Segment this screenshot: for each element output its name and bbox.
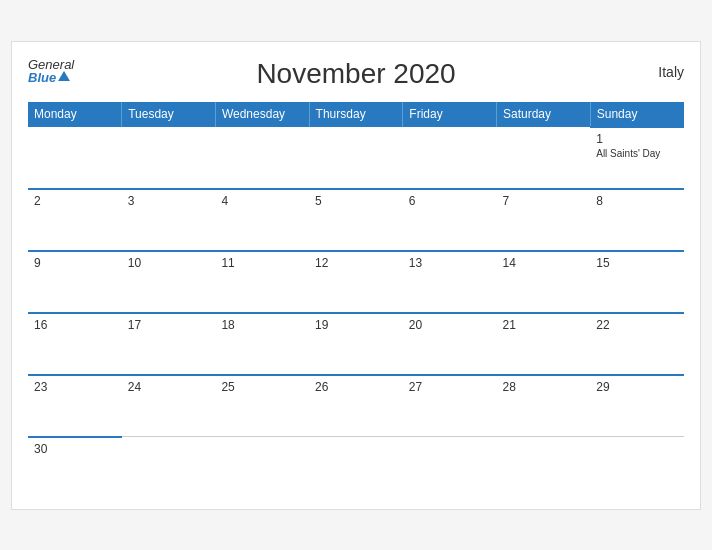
day-cell: 14 <box>497 251 591 313</box>
day-number: 30 <box>34 442 116 456</box>
day-cell: 5 <box>309 189 403 251</box>
day-number: 14 <box>503 256 585 270</box>
day-number: 4 <box>221 194 303 208</box>
day-cell: 19 <box>309 313 403 375</box>
logo-general-text: General <box>28 58 74 71</box>
day-number: 1 <box>596 132 678 146</box>
day-number: 28 <box>503 380 585 394</box>
day-number: 11 <box>221 256 303 270</box>
day-cell: 29 <box>590 375 684 437</box>
header-thursday: Thursday <box>309 102 403 127</box>
day-cell: 26 <box>309 375 403 437</box>
day-number: 12 <box>315 256 397 270</box>
day-number: 7 <box>503 194 585 208</box>
day-number: 26 <box>315 380 397 394</box>
week-row-6: 30 <box>28 437 684 499</box>
day-cell: 16 <box>28 313 122 375</box>
header-monday: Monday <box>28 102 122 127</box>
calendar-title: November 2020 <box>256 58 455 90</box>
day-cell: 28 <box>497 375 591 437</box>
day-cell: 17 <box>122 313 216 375</box>
header-friday: Friday <box>403 102 497 127</box>
day-number: 15 <box>596 256 678 270</box>
day-cell <box>309 127 403 189</box>
day-cell <box>309 437 403 499</box>
day-cell: 21 <box>497 313 591 375</box>
day-cell: 3 <box>122 189 216 251</box>
logo: General Blue <box>28 58 74 84</box>
week-row-2: 2345678 <box>28 189 684 251</box>
logo-triangle-icon <box>58 71 70 81</box>
week-row-3: 9101112131415 <box>28 251 684 313</box>
day-number: 9 <box>34 256 116 270</box>
day-cell: 11 <box>215 251 309 313</box>
day-cell: 4 <box>215 189 309 251</box>
calendar-table: Monday Tuesday Wednesday Thursday Friday… <box>28 102 684 499</box>
day-cell <box>215 437 309 499</box>
day-cell: 15 <box>590 251 684 313</box>
day-cell <box>497 127 591 189</box>
day-cell: 8 <box>590 189 684 251</box>
header-wednesday: Wednesday <box>215 102 309 127</box>
header-saturday: Saturday <box>497 102 591 127</box>
day-number: 20 <box>409 318 491 332</box>
day-cell: 9 <box>28 251 122 313</box>
day-number: 17 <box>128 318 210 332</box>
day-cell: 24 <box>122 375 216 437</box>
day-number: 6 <box>409 194 491 208</box>
day-cell: 23 <box>28 375 122 437</box>
header-tuesday: Tuesday <box>122 102 216 127</box>
day-number: 21 <box>503 318 585 332</box>
day-number: 22 <box>596 318 678 332</box>
calendar-header: General Blue November 2020 Italy <box>28 58 684 90</box>
day-cell: 1All Saints' Day <box>590 127 684 189</box>
country-label: Italy <box>658 64 684 80</box>
day-cell: 22 <box>590 313 684 375</box>
day-cell <box>215 127 309 189</box>
day-cell: 10 <box>122 251 216 313</box>
day-number: 23 <box>34 380 116 394</box>
day-cell: 2 <box>28 189 122 251</box>
day-number: 25 <box>221 380 303 394</box>
day-cell <box>122 437 216 499</box>
day-cell <box>403 437 497 499</box>
header-sunday: Sunday <box>590 102 684 127</box>
day-number: 10 <box>128 256 210 270</box>
day-cell <box>497 437 591 499</box>
event-label: All Saints' Day <box>596 148 678 159</box>
day-number: 19 <box>315 318 397 332</box>
day-number: 8 <box>596 194 678 208</box>
day-cell: 20 <box>403 313 497 375</box>
day-cell: 7 <box>497 189 591 251</box>
day-number: 27 <box>409 380 491 394</box>
logo-blue-text: Blue <box>28 71 56 84</box>
day-cell: 30 <box>28 437 122 499</box>
day-cell: 6 <box>403 189 497 251</box>
day-cell: 13 <box>403 251 497 313</box>
day-number: 18 <box>221 318 303 332</box>
day-number: 3 <box>128 194 210 208</box>
calendar-container: General Blue November 2020 Italy Monday … <box>11 41 701 510</box>
day-number: 16 <box>34 318 116 332</box>
day-number: 24 <box>128 380 210 394</box>
day-cell <box>590 437 684 499</box>
day-cell: 27 <box>403 375 497 437</box>
day-number: 29 <box>596 380 678 394</box>
day-cell: 12 <box>309 251 403 313</box>
day-cell <box>403 127 497 189</box>
week-row-1: 1All Saints' Day <box>28 127 684 189</box>
day-cell: 25 <box>215 375 309 437</box>
day-number: 5 <box>315 194 397 208</box>
days-header-row: Monday Tuesday Wednesday Thursday Friday… <box>28 102 684 127</box>
week-row-4: 16171819202122 <box>28 313 684 375</box>
week-row-5: 23242526272829 <box>28 375 684 437</box>
day-cell <box>28 127 122 189</box>
day-cell: 18 <box>215 313 309 375</box>
day-number: 13 <box>409 256 491 270</box>
day-cell <box>122 127 216 189</box>
day-number: 2 <box>34 194 116 208</box>
